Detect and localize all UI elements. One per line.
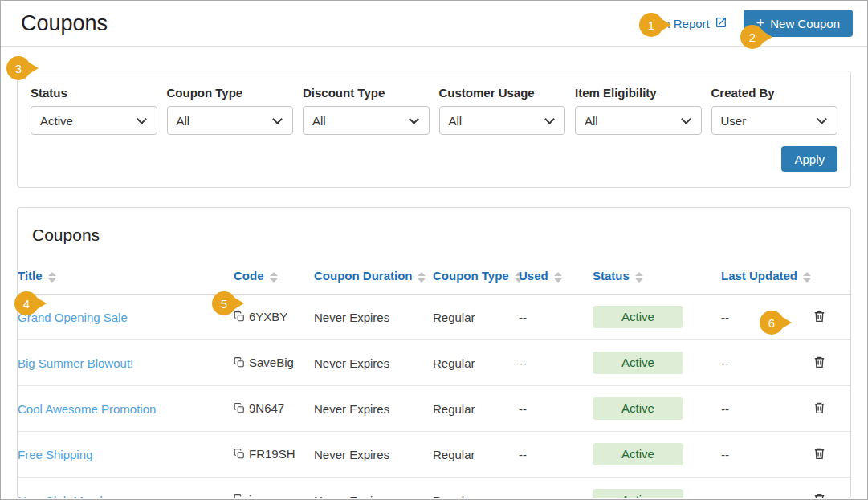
- annotation-number: 4: [23, 297, 30, 311]
- delete-button[interactable]: [813, 446, 826, 463]
- sort-icon: [418, 272, 426, 283]
- customer-usage-select-value: All: [449, 114, 463, 128]
- coupon-type: Regular: [433, 494, 475, 499]
- chevron-down-icon: [681, 114, 691, 124]
- coupon-code: SaveBig: [249, 356, 294, 369]
- last-updated: --: [721, 356, 729, 370]
- annotation-number: 1: [648, 18, 654, 32]
- coupon-title-link[interactable]: Free Shipping: [18, 448, 92, 461]
- coupon-type: Regular: [433, 356, 475, 370]
- chevron-down-icon: [409, 114, 419, 124]
- annotation-badge-5: 5: [212, 291, 236, 315]
- column-label: Code: [234, 269, 264, 283]
- table-row: Cool Awesome Promotion9N647Never Expires…: [18, 386, 851, 432]
- sort-icon: [803, 272, 811, 283]
- column-header-status[interactable]: Status: [593, 245, 721, 295]
- status-badge: Active: [593, 306, 683, 328]
- coupon-duration: Never Expires: [314, 448, 389, 461]
- status-select[interactable]: Active: [31, 106, 157, 135]
- page-header: Coupons Open Report + New Coupon: [1, 1, 867, 47]
- coupon-used: --: [519, 402, 527, 416]
- column-header-used[interactable]: Used: [519, 245, 593, 295]
- coupon-code: FR19SH: [249, 447, 295, 461]
- coupon-code: 6YXBY: [249, 310, 287, 323]
- annotation-number: 3: [15, 62, 22, 75]
- item-eligibility-select[interactable]: All: [575, 106, 702, 135]
- last-updated: --: [721, 448, 729, 461]
- coupon-used: --: [519, 356, 527, 370]
- chevron-down-icon: [272, 114, 283, 124]
- column-header-coupon-type[interactable]: Coupon Type: [433, 245, 519, 295]
- annotation-number: 5: [221, 297, 227, 311]
- table-header-row: Title Code Coupon Duration Coupon Type U…: [18, 245, 851, 295]
- customer-usage-select[interactable]: All: [439, 106, 566, 135]
- column-header-title[interactable]: Title: [18, 245, 234, 295]
- coupon-type: Regular: [433, 448, 475, 461]
- copy-icon[interactable]: [234, 494, 245, 499]
- annotation-badge-6: 6: [760, 311, 784, 335]
- coupon-used: --: [519, 494, 527, 499]
- status-badge: Active: [593, 443, 683, 465]
- column-header-coupon-duration[interactable]: Coupon Duration: [314, 245, 433, 295]
- copy-icon[interactable]: [234, 356, 245, 368]
- column-label: Status: [593, 269, 630, 283]
- column-header-last-updated[interactable]: Last Updated: [721, 245, 813, 295]
- filter-coupon-type: Coupon Type All: [167, 86, 294, 135]
- copy-icon[interactable]: [234, 448, 245, 460]
- sort-icon: [554, 272, 562, 283]
- annotation-number: 6: [768, 316, 775, 330]
- column-label: Used: [519, 269, 548, 283]
- coupon-title-link[interactable]: New Club Member: [18, 494, 117, 499]
- coupon-type-select-value: All: [177, 114, 190, 128]
- filter-item-eligibility: Item Eligibility All: [575, 86, 702, 135]
- delete-button[interactable]: [813, 492, 826, 499]
- last-updated: --: [721, 311, 729, 324]
- filter-created-by: Created By User: [711, 86, 838, 135]
- coupon-type-select[interactable]: All: [167, 106, 294, 135]
- filter-coupon-type-label: Coupon Type: [167, 86, 294, 100]
- created-by-select[interactable]: User: [711, 106, 838, 135]
- table-row: Grand Opening Sale6YXBYNever ExpiresRegu…: [18, 295, 851, 340]
- coupons-card: Coupons Title Code Coupon Duration: [17, 207, 851, 498]
- column-label: Title: [18, 269, 43, 283]
- coupon-code: icup: [249, 493, 271, 499]
- column-label: Coupon Type: [433, 269, 509, 283]
- coupon-title-link[interactable]: Cool Awesome Promotion: [18, 402, 156, 416]
- status-select-value: Active: [40, 114, 73, 128]
- status-badge: Active: [593, 489, 683, 498]
- coupon-duration: Never Expires: [314, 494, 389, 499]
- page-title: Coupons: [21, 11, 108, 36]
- copy-icon[interactable]: [234, 402, 245, 414]
- filter-discount-type-label: Discount Type: [303, 86, 430, 100]
- last-updated: --: [721, 402, 729, 416]
- sort-icon: [270, 272, 278, 283]
- filter-panel: Status Active Coupon Type All Discount T…: [17, 71, 851, 188]
- item-eligibility-select-value: All: [585, 114, 598, 128]
- chevron-down-icon: [137, 114, 147, 124]
- coupons-table: Title Code Coupon Duration Coupon Type U…: [18, 245, 851, 498]
- column-header-code[interactable]: Code: [234, 245, 314, 295]
- delete-button[interactable]: [813, 400, 826, 417]
- coupon-title-link[interactable]: Big Summer Blowout!: [18, 356, 133, 370]
- delete-button[interactable]: [813, 355, 826, 372]
- copy-icon[interactable]: [234, 311, 245, 323]
- filter-customer-usage: Customer Usage All: [439, 86, 566, 135]
- column-label: Last Updated: [721, 269, 797, 283]
- delete-button[interactable]: [813, 309, 826, 326]
- sort-icon: [48, 272, 56, 283]
- discount-type-select-value: All: [312, 114, 326, 128]
- coupon-used: --: [519, 448, 527, 461]
- discount-type-select[interactable]: All: [303, 106, 430, 135]
- annotation-badge-2: 2: [740, 25, 764, 49]
- apply-button[interactable]: Apply: [781, 146, 837, 172]
- chevron-down-icon: [817, 114, 827, 124]
- external-link-icon: [715, 16, 727, 31]
- filter-discount-type: Discount Type All: [303, 86, 430, 135]
- filter-status: Status Active: [31, 86, 157, 135]
- column-header-actions: [813, 245, 851, 295]
- coupon-code: 9N647: [249, 401, 284, 415]
- filter-created-by-label: Created By: [711, 86, 838, 100]
- filter-status-label: Status: [31, 86, 157, 100]
- annotation-badge-1: 1: [639, 13, 663, 37]
- coupon-duration: Never Expires: [314, 311, 389, 324]
